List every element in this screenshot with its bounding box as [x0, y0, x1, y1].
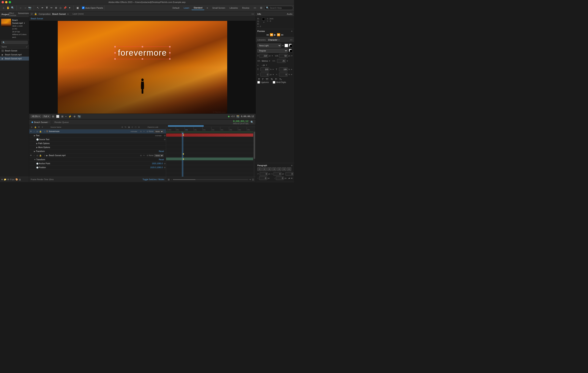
work-area[interactable] — [166, 131, 256, 133]
reset-button-2[interactable]: Reset — [159, 159, 164, 161]
comp-icon[interactable]: ▣ — [76, 6, 80, 10]
align-left-btn[interactable]: ≡ — [257, 167, 262, 171]
metrics-dropdown[interactable]: ▼ — [269, 60, 270, 62]
reset-button-1[interactable]: Reset — [159, 150, 164, 152]
color-settings-icon[interactable]: 🎨 — [15, 178, 18, 181]
workspace-overflow[interactable]: >> — [252, 6, 258, 10]
roi-icon[interactable]: ⬜ — [56, 115, 60, 118]
select-icon[interactable]: ↖ — [36, 6, 40, 10]
indent-dropdown[interactable]: ▼ — [266, 64, 267, 66]
comp-expand-icon[interactable]: >> — [252, 13, 254, 15]
back-icon[interactable]: ← — [19, 6, 23, 10]
list-item[interactable]: ▶ Beach Sunset.mp4 — [0, 53, 29, 57]
position-value[interactable]: 1920.0,1080.0 — [150, 166, 163, 169]
resolution-icon[interactable]: ⊞ — [52, 115, 55, 118]
handle-br[interactable] — [169, 58, 170, 60]
audio-tab[interactable]: Audio — [287, 13, 293, 15]
lock-icon[interactable]: 🔒 — [34, 13, 37, 15]
scroll-thumb[interactable] — [254, 132, 255, 159]
audio-icon-2[interactable]: ♪ — [33, 154, 35, 157]
scale-v-dropdown[interactable]: ▼ — [291, 69, 293, 70]
libraries-tab[interactable]: Libraries — [257, 39, 266, 41]
workspace-review[interactable]: Review — [240, 6, 251, 10]
tl-timecode[interactable]: 0;00;08;12 — [233, 120, 249, 123]
tracking-dropdown[interactable]: ▼ — [291, 55, 293, 57]
folder-icon[interactable]: 📁 — [4, 178, 7, 181]
space-after-input[interactable] — [276, 176, 284, 180]
auto-open-panels-checkbox[interactable] — [82, 7, 84, 9]
zoom-slider[interactable] — [173, 179, 248, 180]
indent-first-input[interactable] — [285, 172, 294, 176]
indent-right-input[interactable] — [273, 172, 281, 176]
tsume-dropdown[interactable]: ▼ — [291, 74, 293, 75]
maximize-button[interactable] — [9, 1, 11, 3]
space-before-input[interactable] — [259, 176, 267, 180]
superscript-btn[interactable]: T¹ — [274, 78, 278, 81]
justify-right-btn[interactable]: ≡ — [282, 167, 286, 171]
clock-icon[interactable]: 🕐 — [36, 139, 39, 140]
home-icon[interactable]: ⌂ — [1, 6, 6, 10]
solo-icon[interactable]: ◎ — [36, 130, 39, 133]
add-color-icon[interactable]: + — [263, 21, 265, 24]
rtl-icon[interactable]: ⇌ — [288, 177, 290, 179]
effect-controls-tab[interactable]: Effect Controls — [9, 12, 16, 17]
3d-view-icon[interactable]: ⊕ — [73, 115, 76, 118]
visibility-icon[interactable]: 👁 — [30, 130, 32, 133]
transform-expand-icon[interactable]: ▶ — [34, 150, 35, 152]
hand-icon[interactable]: ✋ — [6, 6, 10, 10]
layer-bar-2[interactable] — [166, 158, 256, 160]
align-center-btn[interactable]: ≡ — [262, 167, 267, 171]
anchor-clock-icon[interactable]: 🕐 — [36, 163, 38, 165]
font-family-select[interactable]: Nexa Light — [257, 43, 281, 48]
list-item[interactable]: ⬛ Beach Sunset — [0, 49, 29, 53]
scale-h-dropdown[interactable]: ▼ — [272, 69, 274, 70]
prev-last[interactable]: ⏭ — [281, 33, 284, 36]
close-button[interactable] — [1, 1, 4, 3]
timeline-comp-tab[interactable]: Beach Sunset ≡ — [29, 119, 52, 125]
handle-tl[interactable] — [114, 46, 116, 47]
baseline-input[interactable] — [260, 73, 269, 76]
camera-icon[interactable]: 📷 — [77, 115, 81, 118]
info-tab[interactable]: Info — [257, 13, 261, 15]
parent-select-2[interactable]: None — [154, 154, 164, 157]
table-row[interactable]: 👁 ♪ ◎ 🔒 1 T forevermore Animate: ⊕ ✏ ⊙ — [29, 129, 166, 134]
comp-create-icon[interactable]: ⊞ — [7, 178, 9, 181]
kerning-dropdown[interactable]: ▼ — [286, 60, 288, 62]
go-start-icon[interactable]: ⊞ — [168, 178, 170, 181]
workspace-libraries[interactable]: Libraries — [228, 6, 240, 10]
lock-icon-2[interactable]: 🔒 — [39, 154, 42, 157]
scale-v-input[interactable] — [279, 67, 288, 71]
fill-color-swatch[interactable] — [284, 44, 288, 47]
faux-bold-btn[interactable]: T — [257, 78, 261, 81]
vertical-scrollbar[interactable] — [253, 131, 256, 177]
stroke-swatch[interactable] — [290, 44, 293, 47]
zoom-in-icon[interactable]: + — [250, 178, 251, 181]
handle-tr[interactable] — [169, 46, 170, 47]
stamp-icon[interactable]: ⊕ — [54, 6, 58, 10]
solo-icon-2[interactable]: ◎ — [36, 154, 39, 157]
faux-italic-btn[interactable]: T — [261, 78, 264, 81]
footage-name-tab[interactable]: forevermore — [18, 12, 29, 17]
workspace-learn[interactable]: Learn — [182, 6, 191, 10]
playhead[interactable] — [183, 133, 183, 177]
ligatures-checkbox[interactable] — [257, 81, 260, 84]
para-menu[interactable]: ≡ — [291, 164, 293, 167]
window-controls[interactable] — [1, 1, 11, 3]
zoom-icon[interactable]: 🔍 — [11, 6, 15, 10]
forward-icon[interactable]: → — [23, 6, 27, 10]
keyframe-icon[interactable]: ⊙ — [164, 134, 166, 137]
panel-toggle[interactable]: ⊞ — [260, 6, 262, 9]
expand-icon[interactable]: ▶ — [34, 134, 35, 137]
anchor-keyframe[interactable]: ⊙ — [164, 162, 166, 165]
camera-icon[interactable]: 📷 — [28, 6, 32, 10]
star-icon[interactable]: ✦ — [68, 6, 72, 10]
interpret-icon[interactable]: ⊕ — [1, 178, 3, 181]
workspace-more[interactable]: ≡ — [205, 6, 210, 10]
prev-back[interactable]: ⏪ — [270, 33, 273, 36]
comp-menu-icon[interactable]: ≡ — [67, 13, 69, 15]
stroke-swatch-2[interactable] — [290, 50, 293, 53]
font-edit-icon[interactable]: ✏ — [282, 44, 284, 47]
parent-select[interactable]: None — [154, 130, 164, 133]
visibility-icon-2[interactable]: 👁 — [30, 154, 32, 157]
tsume-input[interactable] — [279, 73, 288, 76]
